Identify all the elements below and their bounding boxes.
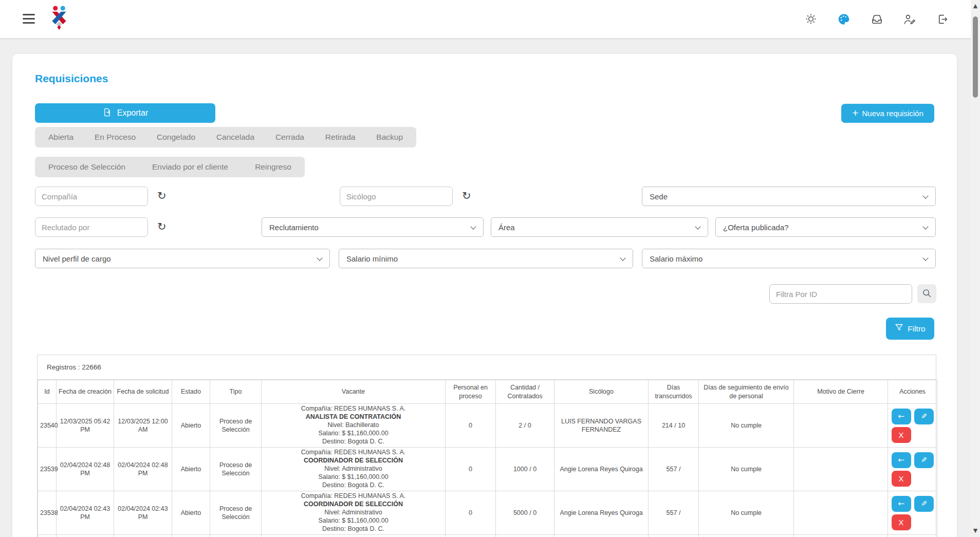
col-acciones: Acciones [888, 380, 937, 404]
table-row: 23538 02/04/2024 02:43 PM 02/04/2024 02:… [38, 491, 937, 535]
cell-requested: 02/04/2024 02:48 PM [114, 448, 172, 491]
edit-button[interactable]: ✎ [914, 496, 934, 512]
cell-status: Abierto [172, 491, 210, 535]
inbox-icon[interactable] [870, 12, 883, 26]
search-button[interactable] [917, 284, 936, 303]
chevron-down-icon [317, 255, 322, 261]
user-edit-icon[interactable] [903, 12, 916, 26]
type-tabbar: Proceso de Selección Enviado por el clie… [35, 157, 305, 177]
return-button[interactable]: ← [892, 409, 911, 424]
cell-in-process [446, 535, 496, 537]
table-row: 23540 12/03/2025 05:42 PM 12/03/2025 12:… [38, 404, 937, 448]
cell-created: 02/04/2024 02:43 PM [57, 491, 114, 535]
new-requisition-label: Nueva requisición [862, 109, 923, 118]
tab-congelado[interactable]: Congelado [157, 133, 195, 142]
return-button[interactable]: ← [892, 452, 911, 468]
filter-button[interactable]: Filtro [886, 318, 934, 340]
return-button[interactable]: ← [892, 496, 911, 512]
col-personal-en-proceso: Personal en proceso [446, 380, 496, 404]
col-motivo-cierre: Motivo de Cierre [794, 380, 888, 404]
tab-abierta[interactable]: Abierta [48, 133, 73, 142]
psychologist-filter-input[interactable] [340, 187, 453, 206]
requisitions-table: Registros : 22666 Id Fecha de creación F… [37, 355, 936, 537]
col-id: Id [38, 380, 57, 404]
vertical-scrollbar[interactable]: ▲ ▼ [971, 0, 980, 537]
new-requisition-button[interactable]: + Nueva requisición [841, 104, 934, 123]
cell-actions: ← ✎ X [888, 404, 937, 448]
status-tabbar: Abierta En Proceso Congelado Cancelada C… [35, 127, 416, 147]
col-fecha-creacion: Fecha de creación [57, 380, 114, 404]
scroll-up-arrow-icon[interactable]: ▲ [971, 2, 980, 10]
min-salary-select[interactable]: Salario mínimo [339, 249, 633, 268]
tab-reingreso[interactable]: Reingreso [255, 162, 291, 172]
delete-button[interactable]: X [892, 514, 911, 530]
cell-actions: ← ✎ X [888, 448, 937, 491]
cell-days: 557 / [649, 448, 699, 491]
sede-select[interactable]: Sede [642, 187, 936, 206]
cell-type: Proceso de Selección [210, 491, 262, 535]
cell-requested: 02/04/2024 02:43 PM [114, 491, 172, 535]
filter-by-id-input[interactable] [769, 284, 912, 304]
delete-button[interactable]: X [892, 427, 911, 443]
chevron-down-icon [470, 224, 476, 229]
page-title: Requisiciones [35, 72, 108, 85]
palette-icon[interactable] [837, 12, 850, 26]
export-button[interactable]: Exportar [35, 103, 215, 123]
tab-cerrada[interactable]: Cerrada [275, 133, 304, 142]
scrollbar-thumb[interactable] [973, 16, 978, 98]
cell-psychologist: Angie Lorena Reyes Quiroga [554, 491, 649, 535]
tab-cancelada[interactable]: Cancelada [216, 133, 254, 142]
profile-level-select[interactable]: Nivel perfil de cargo [35, 249, 330, 268]
tab-proceso-de-seleccion[interactable]: Proceso de Selección [48, 162, 125, 172]
pencil-icon: ✎ [921, 499, 927, 508]
area-select[interactable]: Área [491, 217, 708, 237]
cell-psychologist [554, 535, 649, 537]
navbar-actions [804, 0, 949, 38]
col-vacante: Vacante [262, 380, 446, 404]
cell-qty: 1000 / 0 [496, 448, 554, 491]
recruitment-select[interactable]: Reclutamiento [262, 217, 484, 237]
cell-actions: ← ✎ X [888, 535, 937, 537]
refresh-recruited-icon[interactable]: ↻ [157, 221, 167, 232]
cell-qty: 5000 / 0 [496, 491, 554, 535]
col-dias-seguimiento: Días de seguimiento de envío de personal [699, 380, 794, 404]
col-tipo: Tipo [210, 380, 262, 404]
tab-en-proceso[interactable]: En Proceso [95, 133, 136, 142]
offer-published-select[interactable]: ¿Oferta publicada? [715, 217, 936, 237]
cell-id: 23538 [38, 491, 57, 535]
export-file-icon [102, 107, 112, 119]
cell-days [649, 535, 699, 537]
cell-psychologist: LUIS FERNANDO VARGAS FERNANDEZ [554, 404, 649, 448]
cell-type [210, 535, 262, 537]
cell-status: Abierto [172, 404, 210, 448]
brand-logo[interactable] [49, 6, 69, 33]
light-theme-icon[interactable] [804, 12, 818, 26]
delete-button[interactable]: X [892, 471, 911, 487]
pencil-icon: ✎ [921, 456, 927, 464]
max-salary-select[interactable]: Salario máximo [642, 249, 936, 268]
cell-actions: ← ✎ X [888, 491, 937, 535]
refresh-psychologist-icon[interactable]: ↻ [462, 191, 471, 201]
logout-icon[interactable] [936, 12, 949, 26]
plus-icon: + [852, 107, 858, 118]
chevron-down-icon [922, 255, 928, 261]
refresh-company-icon[interactable]: ↻ [157, 191, 167, 201]
scroll-down-arrow-icon[interactable]: ▼ [971, 527, 980, 535]
export-button-label: Exportar [117, 108, 148, 118]
tab-retirada[interactable]: Retirada [325, 133, 356, 142]
tab-enviado-por-el-cliente[interactable]: Enviado por el cliente [152, 162, 228, 172]
search-icon [921, 288, 932, 300]
tab-backup[interactable]: Backup [376, 133, 403, 142]
recruited-by-filter-input[interactable] [35, 217, 148, 237]
cell-type: Proceso de Selección [210, 448, 262, 491]
pencil-icon: ✎ [921, 412, 927, 420]
hamburger-icon[interactable] [23, 14, 35, 24]
edit-button[interactable]: ✎ [914, 452, 934, 468]
cell-closure [794, 448, 888, 491]
col-sicologo: Sicólogo [554, 380, 649, 404]
edit-button[interactable]: ✎ [914, 409, 934, 424]
company-filter-input[interactable] [35, 187, 148, 206]
table-header-row: Id Fecha de creación Fecha de solicitud … [38, 380, 937, 404]
chevron-down-icon [922, 193, 928, 198]
cell-created [57, 535, 114, 537]
